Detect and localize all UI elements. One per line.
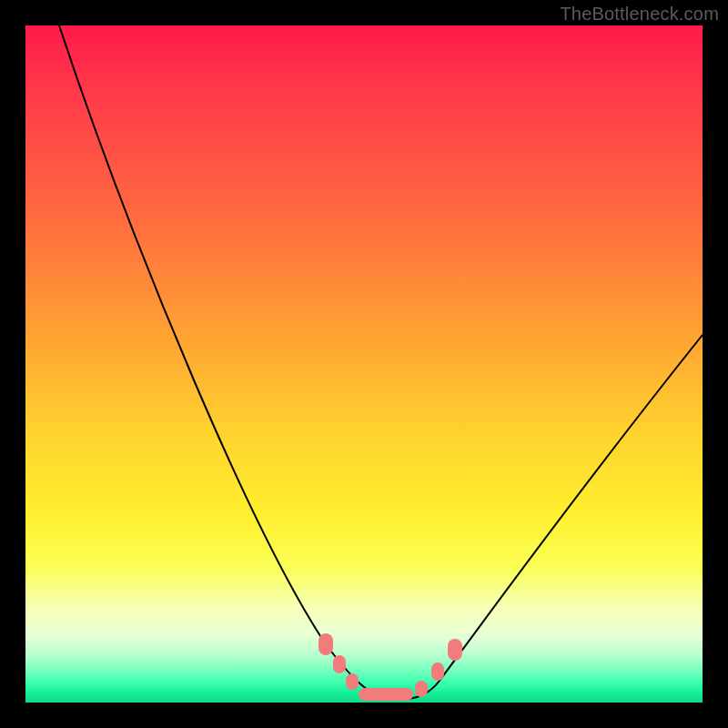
marker-left-1 bbox=[346, 673, 359, 690]
bottleneck-curve-svg bbox=[25, 25, 703, 703]
curve-markers bbox=[318, 633, 462, 701]
marker-left-3 bbox=[318, 633, 333, 655]
marker-right-2 bbox=[431, 662, 444, 681]
chart-frame: TheBottleneck.com bbox=[0, 0, 728, 728]
marker-left-2 bbox=[333, 655, 346, 673]
marker-right-1 bbox=[415, 681, 428, 697]
marker-bottom bbox=[359, 688, 413, 701]
plot-area bbox=[25, 25, 703, 703]
bottleneck-curve bbox=[59, 25, 703, 700]
watermark-text: TheBottleneck.com bbox=[560, 4, 719, 25]
marker-right-3 bbox=[448, 639, 462, 661]
